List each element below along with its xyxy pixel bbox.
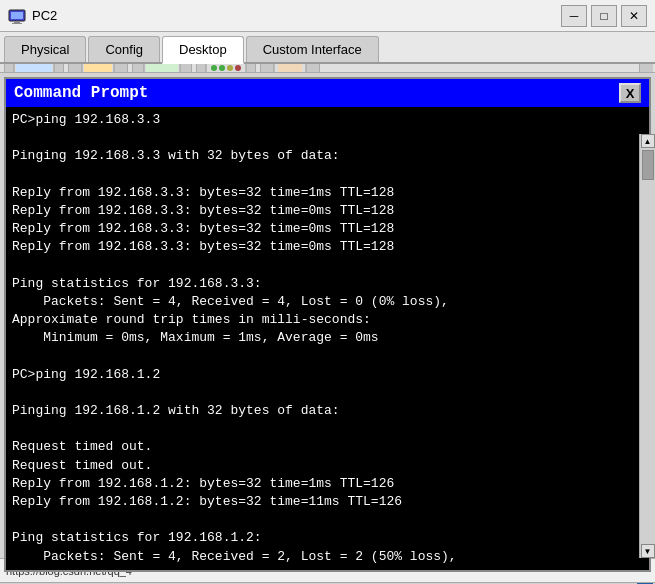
close-button[interactable]: ✕	[621, 5, 647, 27]
command-prompt-window: Command Prompt X PC>ping 192.168.3.3 Pin…	[4, 77, 651, 572]
device-thumb-2[interactable]	[68, 64, 128, 73]
svg-rect-12	[146, 64, 178, 73]
cmd-titlebar: Command Prompt X	[6, 79, 649, 107]
svg-rect-20	[278, 64, 302, 73]
tab-bar: Physical Config Desktop Custom Interface	[0, 32, 655, 64]
tab-config[interactable]: Config	[88, 36, 160, 62]
device-thumb-3[interactable]	[132, 64, 192, 73]
svg-rect-9	[84, 64, 112, 73]
title-bar: PC2 ─ □ ✕	[0, 0, 655, 32]
tab-desktop[interactable]: Desktop	[162, 36, 244, 64]
toolbar-area	[0, 64, 655, 73]
svg-point-15	[211, 65, 217, 71]
device-thumb-5[interactable]	[260, 64, 320, 73]
svg-point-16	[219, 65, 225, 71]
tab-physical[interactable]: Physical	[4, 36, 86, 62]
svg-rect-2	[14, 21, 20, 23]
cmd-close-button[interactable]: X	[619, 83, 641, 103]
svg-rect-3	[12, 23, 22, 24]
svg-point-18	[235, 65, 241, 71]
cmd-output[interactable]: PC>ping 192.168.3.3 Pinging 192.168.3.3 …	[6, 107, 649, 570]
toolbar-scrollbar[interactable]	[639, 64, 653, 72]
svg-rect-5	[16, 64, 52, 73]
main-content: Command Prompt X PC>ping 192.168.3.3 Pin…	[0, 64, 655, 558]
device-thumb-4[interactable]	[196, 64, 256, 73]
app-icon	[8, 7, 26, 25]
tab-custom-interface[interactable]: Custom Interface	[246, 36, 379, 62]
device-thumb-1[interactable]	[4, 64, 64, 73]
maximize-button[interactable]: □	[591, 5, 617, 27]
main-vertical-scrollbar[interactable]: ▲ ▼	[639, 134, 655, 558]
device-images	[4, 64, 320, 73]
scroll-thumb[interactable]	[642, 150, 654, 180]
window-title: PC2	[32, 8, 561, 23]
svg-point-17	[227, 65, 233, 71]
scroll-down-arrow[interactable]: ▼	[641, 544, 655, 558]
cmd-title: Command Prompt	[14, 84, 148, 102]
minimize-button[interactable]: ─	[561, 5, 587, 27]
scroll-up-arrow[interactable]: ▲	[641, 134, 655, 148]
title-bar-buttons: ─ □ ✕	[561, 5, 647, 27]
svg-rect-1	[11, 12, 23, 19]
